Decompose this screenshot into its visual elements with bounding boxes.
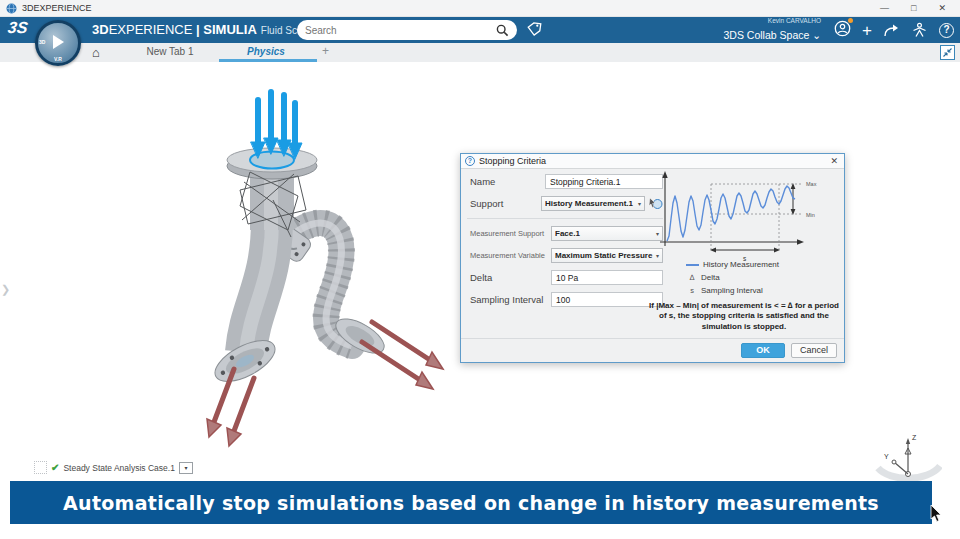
notification-badge [848, 18, 853, 23]
success-check-icon: ✔ [51, 462, 59, 473]
dassault-3ds-logo: 3S [7, 19, 29, 37]
field-row-support: Support History Measurement.1 ▾ [467, 196, 663, 211]
play-icon [53, 35, 64, 49]
collapse-window-icon[interactable] [940, 45, 955, 60]
app-window: 3DEXPERIENCE — □ ✕ 3S 3DEXPERIENCE | SIM… [0, 0, 960, 539]
analysis-case-dropdown[interactable]: ▾ [179, 462, 193, 474]
dialog-help-icon[interactable]: ? [465, 156, 475, 166]
sampling-symbol: s [683, 286, 701, 295]
main-pipe [246, 170, 294, 352]
axis-z-label: Z [912, 434, 917, 441]
pipe-model[interactable] [180, 70, 480, 470]
user-name: Kevin CARVALHO [724, 18, 822, 25]
field-row-delta: Delta [467, 270, 663, 285]
collab-space-label: 3DS Collab Space [724, 29, 810, 41]
measurement-support-label: Measurement Support [467, 229, 551, 238]
app-globe-icon [6, 3, 17, 14]
compass-vr-label: V.R [54, 56, 62, 62]
tab-label: New Tab 1 [146, 46, 193, 57]
chevron-down-icon: ⌄ [812, 29, 821, 41]
tab-bar: ⌂ New Tab 1 Physics Simulation0000010 + [0, 43, 960, 62]
legend-label: Sampling Interval [701, 286, 763, 295]
support-label: Support [467, 198, 541, 209]
compass-3d-label: 3D [39, 39, 45, 45]
dropdown-caret-icon: ▾ [638, 200, 641, 207]
dialog-titlebar[interactable]: ? Stopping Criteria ✕ [461, 154, 844, 169]
support-select[interactable]: History Measurement.1 ▾ [541, 196, 645, 211]
field-row-name: Name [467, 174, 663, 189]
dialog-close-icon[interactable]: ✕ [830, 156, 840, 166]
chart-min-label: Min [806, 212, 815, 218]
measurement-support-select[interactable]: Face.1 ▾ [551, 226, 663, 241]
caption-banner: Automatically stop simulations based on … [10, 481, 932, 524]
os-titlebar: 3DEXPERIENCE — □ ✕ [0, 0, 960, 17]
field-separator [467, 218, 663, 219]
axis-triad[interactable]: Z Y [872, 428, 942, 488]
left-outlet-arrows [207, 369, 254, 446]
add-tab-button[interactable]: + [322, 44, 329, 58]
brand-3d: 3D [92, 22, 109, 37]
minimize-button[interactable]: — [880, 1, 889, 16]
3d-viewport[interactable]: ❯ [0, 62, 960, 539]
window-title: 3DEXPERIENCE [22, 3, 92, 13]
collab-space-selector[interactable]: Kevin CARVALHO 3DS Collab Space ⌄ [724, 18, 822, 43]
analysis-case-widget[interactable]: ✔ Steady State Analysis Case.1 ▾ [34, 461, 193, 474]
add-content-button[interactable]: + [862, 22, 872, 39]
support-value: History Measurement.1 [545, 199, 638, 208]
search-bar[interactable] [297, 20, 517, 40]
dialog-footer: OK Cancel [461, 338, 844, 362]
maximize-button[interactable]: □ [911, 1, 916, 16]
legend-item-history: History Measurement [683, 258, 779, 271]
legend-label: Delta [701, 273, 720, 282]
search-input[interactable] [305, 25, 496, 36]
caption-text: Automatically stop simulations based on … [63, 492, 879, 514]
measurement-variable-select[interactable]: Maximum Static Pressure ▾ [551, 248, 663, 263]
field-row-measurement-variable: Measurement Variable Maximum Static Pres… [467, 248, 663, 263]
app-brand: 3DEXPERIENCE | SIMULIAFluid Scenario [92, 22, 325, 37]
sampling-interval-label: Sampling Interval [467, 294, 551, 305]
ok-button[interactable]: OK [741, 343, 785, 358]
measurement-variable-value: Maximum Static Pressure [555, 251, 656, 260]
chart-max-label: Max [806, 181, 817, 187]
legend-item-delta: ∆ Delta [683, 271, 779, 284]
chart-legend: History Measurement ∆ Delta s Sampling I… [683, 258, 779, 297]
legend-item-sampling: s Sampling Interval [683, 284, 779, 297]
delta-input[interactable] [551, 270, 663, 285]
field-row-measurement-support: Measurement Support Face.1 ▾ [467, 226, 663, 241]
panel-expander-icon[interactable]: ❯ [1, 283, 10, 296]
name-label: Name [467, 176, 545, 187]
me-compass-icon[interactable] [911, 22, 928, 38]
drag-handle-icon[interactable] [34, 461, 47, 474]
analysis-case-label: Steady State Analysis Case.1 [63, 463, 175, 473]
cancel-button[interactable]: Cancel [791, 343, 837, 358]
close-button[interactable]: ✕ [938, 1, 946, 16]
brand-divider: | [196, 22, 200, 37]
search-icon[interactable] [496, 24, 509, 37]
home-icon[interactable]: ⌂ [92, 45, 100, 60]
delta-label: Delta [467, 272, 551, 283]
stopping-criteria-chart: Max Min s [653, 168, 841, 268]
brand-experience: EXPERIENCE [109, 22, 193, 37]
app-header: 3S 3DEXPERIENCE | SIMULIAFluid Scenario … [0, 17, 960, 43]
tab-physics-simulation[interactable]: Physics Simulation0000010 [215, 43, 317, 62]
field-row-sampling-interval: Sampling Interval [467, 292, 663, 307]
share-icon[interactable] [883, 23, 900, 38]
help-button[interactable]: ? [939, 23, 954, 38]
stopping-criteria-dialog[interactable]: ? Stopping Criteria ✕ Name Support Histo… [460, 153, 845, 363]
user-avatar[interactable] [834, 20, 851, 41]
tag-icon[interactable] [526, 21, 543, 42]
measurement-support-value: Face.1 [555, 229, 656, 238]
axis-y-label: Y [884, 453, 889, 460]
delta-symbol: ∆ [683, 273, 701, 282]
criteria-explanation: If |Max – Min| of measurement is < = ∆ f… [645, 301, 843, 332]
tab-new-tab-1[interactable]: New Tab 1 [130, 43, 210, 62]
history-line-swatch [686, 264, 699, 266]
dialog-title: Stopping Criteria [479, 156, 546, 166]
name-input[interactable] [545, 174, 663, 189]
measurement-variable-label: Measurement Variable [467, 251, 551, 260]
brand-app: SIMULIA [203, 22, 256, 37]
mouse-cursor [930, 505, 946, 523]
legend-label: History Measurement [703, 260, 779, 269]
experience-compass[interactable]: 3D V.R [35, 20, 81, 66]
